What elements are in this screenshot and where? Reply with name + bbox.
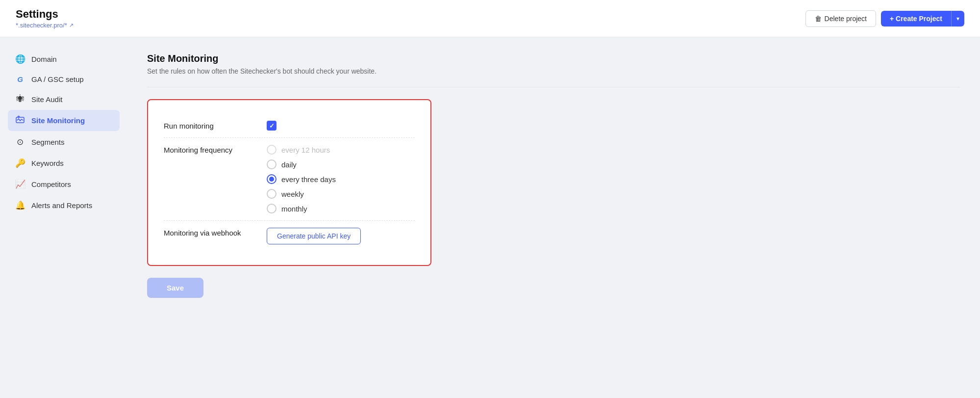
main-layout: 🌐 Domain G GA / GSC setup 🕷 Site Audit S… (0, 37, 980, 396)
sidebar-item-segments[interactable]: ⊙ Segments (8, 132, 120, 152)
svg-point-1 (18, 116, 20, 118)
create-project-button[interactable]: + Create Project (881, 11, 951, 27)
radio-circle-12h (267, 145, 276, 155)
sidebar-item-alerts-reports[interactable]: 🔔 Alerts and Reports (8, 195, 120, 215)
sidebar-item-label: Keywords (31, 159, 64, 167)
sidebar-item-label: GA / GSC setup (31, 75, 84, 83)
keywords-icon: 🔑 (15, 158, 25, 168)
subtitle-url[interactable]: *.sitechecker.pro/* (16, 22, 67, 29)
header: Settings *.sitechecker.pro/* ↗ 🗑 Delete … (0, 0, 980, 37)
monitoring-frequency-label: Monitoring frequency (164, 145, 267, 154)
bell-icon: 🔔 (15, 200, 25, 211)
run-monitoring-row: Run monitoring (164, 114, 415, 138)
section-description: Set the rules on how often the Sitecheck… (147, 67, 960, 75)
save-button[interactable]: Save (147, 278, 203, 298)
sidebar-item-label: Site Monitoring (31, 116, 85, 125)
header-right: 🗑 Delete project + Create Project ▾ (805, 10, 964, 27)
monitoring-frequency-row: Monitoring frequency every 12 hours dail… (164, 138, 415, 221)
webhook-row: Monitoring via webhook Generate public A… (164, 221, 415, 251)
sidebar-item-site-monitoring[interactable]: Site Monitoring (8, 110, 120, 131)
sidebar: 🌐 Domain G GA / GSC setup 🕷 Site Audit S… (0, 37, 127, 396)
competitors-icon: 📈 (15, 179, 25, 189)
segments-icon: ⊙ (15, 137, 25, 147)
run-monitoring-label: Run monitoring (164, 121, 267, 130)
spider-icon: 🕷 (15, 94, 25, 104)
sidebar-item-label: Alerts and Reports (31, 201, 92, 210)
monitoring-icon (15, 115, 25, 126)
generate-api-key-button[interactable]: Generate public API key (267, 228, 361, 244)
run-monitoring-content (267, 121, 415, 131)
sidebar-item-label: Site Audit (31, 95, 62, 104)
radio-label-monthly: monthly (281, 205, 307, 213)
page-title: Settings (16, 8, 74, 21)
radio-daily[interactable]: daily (267, 159, 415, 169)
radio-circle-weekly (267, 189, 276, 199)
radio-12h[interactable]: every 12 hours (267, 145, 415, 155)
delete-icon: 🗑 (815, 15, 822, 23)
radio-label-every3days: every three days (281, 175, 336, 184)
radio-monthly[interactable]: monthly (267, 204, 415, 213)
delete-project-button[interactable]: 🗑 Delete project (805, 10, 876, 27)
header-left: Settings *.sitechecker.pro/* ↗ (16, 8, 74, 29)
section-title: Site Monitoring (147, 53, 960, 64)
divider (147, 87, 960, 87)
radio-label-weekly: weekly (281, 190, 304, 198)
radio-circle-monthly (267, 204, 276, 213)
webhook-label: Monitoring via webhook (164, 228, 267, 237)
sidebar-item-competitors[interactable]: 📈 Competitors (8, 174, 120, 194)
sidebar-item-domain[interactable]: 🌐 Domain (8, 49, 120, 69)
subtitle: *.sitechecker.pro/* ↗ (16, 22, 74, 29)
radio-weekly[interactable]: weekly (267, 189, 415, 199)
sidebar-item-label: Competitors (31, 180, 71, 188)
run-monitoring-checkbox[interactable] (267, 121, 276, 131)
sidebar-item-ga-gsc[interactable]: G GA / GSC setup (8, 70, 120, 88)
external-link-icon[interactable]: ↗ (69, 22, 74, 28)
sidebar-item-label: Domain (31, 55, 57, 63)
monitoring-card: Run monitoring Monitoring frequency ever… (147, 99, 431, 266)
webhook-content: Generate public API key (267, 228, 415, 244)
sidebar-item-label: Segments (31, 138, 65, 146)
create-project-group: + Create Project ▾ (881, 11, 964, 27)
sidebar-item-site-audit[interactable]: 🕷 Site Audit (8, 89, 120, 109)
globe-icon: 🌐 (15, 54, 25, 64)
radio-circle-every3days (267, 174, 276, 184)
frequency-options: every 12 hours daily every three days (267, 145, 415, 213)
radio-circle-daily (267, 159, 276, 169)
create-project-dropdown-button[interactable]: ▾ (951, 11, 964, 27)
radio-label-12h: every 12 hours (281, 146, 330, 154)
radio-label-daily: daily (281, 160, 297, 169)
content-area: Site Monitoring Set the rules on how oft… (127, 37, 980, 396)
radio-every3days[interactable]: every three days (267, 174, 415, 184)
google-icon: G (15, 75, 25, 83)
sidebar-item-keywords[interactable]: 🔑 Keywords (8, 153, 120, 173)
